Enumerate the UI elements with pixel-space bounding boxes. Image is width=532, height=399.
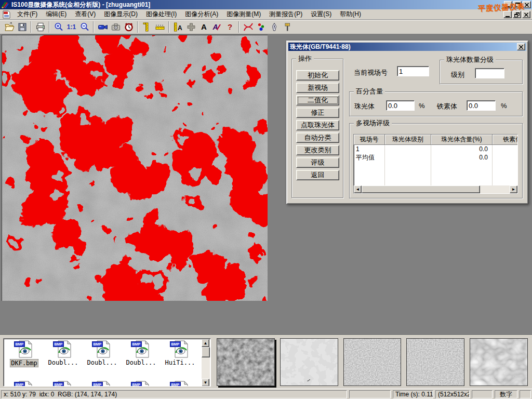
print-button[interactable] (34, 21, 47, 33)
curve-tool-button[interactable] (242, 21, 255, 33)
file-item[interactable]: BMP (122, 381, 161, 387)
brush-tool-button[interactable] (281, 21, 294, 33)
menu-item-image-display[interactable]: 图像显示(D) (100, 9, 142, 19)
menu-item-image-measure[interactable]: 图像测量(M) (222, 9, 265, 19)
file-item[interactable]: BMP (44, 381, 83, 387)
file-item[interactable]: BMP Doubl... (44, 340, 83, 367)
timer-button[interactable] (122, 21, 135, 33)
scrollbar-track[interactable] (480, 185, 510, 193)
photo-capture-button[interactable] (109, 21, 122, 33)
pearlite-percent-input[interactable] (386, 100, 415, 111)
col-pearlite-content[interactable]: 珠光体含量(%) (431, 135, 493, 145)
printer-icon (35, 22, 46, 32)
scroll-left-button[interactable]: ◄ (354, 185, 362, 193)
ferrite-percent-input[interactable] (467, 100, 496, 111)
menu-item-settings[interactable]: 设置(S) (307, 9, 336, 19)
open-file-button[interactable] (3, 21, 16, 33)
auto-classify-button[interactable]: 自动分类 (296, 132, 339, 143)
file-item[interactable]: BMP Doubl... (122, 340, 161, 367)
text-button[interactable]: A (197, 21, 210, 33)
status-panel-empty (349, 390, 391, 398)
dialog-close-button[interactable] (517, 43, 525, 50)
change-class-button[interactable]: 更改类别 (296, 145, 339, 155)
mdi-restore-button[interactable] (513, 11, 521, 18)
status-image-size: (512x512x24) (435, 390, 470, 398)
menu-item-edit[interactable]: 编辑(E) (42, 9, 71, 19)
return-button[interactable]: 返回 (296, 170, 339, 180)
scroll-right-button[interactable]: ► (510, 185, 517, 193)
grid-button[interactable] (184, 21, 197, 33)
particle-count-button[interactable] (255, 21, 268, 33)
file-item[interactable]: BMP Doubl... (83, 340, 122, 367)
document-icon[interactable] (2, 10, 11, 19)
scrollbar-thumb[interactable] (362, 185, 480, 193)
new-field-button[interactable]: 新视场 (296, 83, 339, 93)
file-name[interactable]: DKF.bmp (10, 359, 38, 367)
pencil-icon (217, 23, 221, 31)
file-name[interactable]: Doubl... (48, 359, 78, 366)
micrograph-image[interactable] (2, 35, 268, 301)
ruler-button[interactable] (153, 21, 166, 33)
file-name[interactable]: HuiTi... (165, 359, 195, 366)
thumbnail-3[interactable] (343, 338, 402, 386)
file-item[interactable]: BMP DKF.bmp (5, 340, 44, 367)
file-item[interactable]: BMP (161, 381, 200, 387)
file-name[interactable]: Doubl... (126, 359, 156, 366)
table-horizontal-scrollbar[interactable]: ◄ ► (354, 185, 517, 193)
zoom-in-button[interactable] (52, 21, 65, 33)
grade-input[interactable] (475, 68, 504, 78)
zoom-1to1-button[interactable]: 1:1 (65, 21, 78, 33)
col-pearlite-grade[interactable]: 珠光体级别 (385, 135, 431, 145)
measure-annotate-button[interactable]: A (171, 21, 184, 33)
scroll-up-button[interactable]: ▲ (202, 339, 209, 347)
mdi-close-button[interactable] (522, 11, 530, 18)
thumbnail-5[interactable] (470, 338, 528, 386)
table-row[interactable]: 平均值 0.0 (354, 153, 517, 162)
mdi-minimize-button[interactable] (503, 11, 512, 18)
scroll-down-button[interactable]: ▼ (202, 379, 209, 387)
video-capture-button[interactable] (96, 21, 109, 33)
menu-item-view[interactable]: 查看(V) (71, 9, 100, 19)
table-row[interactable]: 1 0.0 (354, 145, 517, 153)
bmp-file-icon: BMP (94, 381, 111, 387)
save-button[interactable] (16, 21, 29, 33)
pen-tool-button[interactable] (268, 21, 281, 33)
help-button[interactable]: ? (223, 21, 236, 33)
percent-group: 百分含量 (349, 91, 523, 116)
file-list-scrollbar[interactable]: ▲ ▼ (202, 339, 210, 387)
zoom-out-button[interactable] (78, 21, 91, 33)
menu-item-image-analysis[interactable]: 图像分析(A) (181, 9, 222, 19)
caliper-button[interactable] (140, 21, 153, 33)
pick-pearlite-button[interactable]: 点取珠光体 (296, 120, 339, 130)
col-view-number[interactable]: 视场号 (354, 135, 385, 145)
file-item[interactable]: BMP HuiTi... (161, 340, 200, 367)
bmp-badge: BMP (170, 382, 181, 387)
col-ferrite-content[interactable]: 铁素体含量(%) (493, 135, 518, 145)
init-button[interactable]: 初始化 (296, 70, 339, 81)
edit-text-button[interactable]: A (210, 21, 223, 33)
dialog-title-bar[interactable]: 珠光体(GB/T9441-88) (288, 43, 526, 51)
bmp-file-icon: BMP (55, 340, 72, 358)
scrollbar-track[interactable] (202, 357, 210, 379)
title-bar: IS100显微摄像系统(金相分析版) - [zhuguangti01] (0, 0, 532, 9)
scrollbar-thumb[interactable] (202, 347, 210, 357)
grade-button[interactable]: 评级 (296, 157, 339, 168)
binarize-button[interactable]: 二值化 (296, 95, 339, 105)
toolbar-separator (93, 21, 94, 33)
file-item[interactable]: BMP (5, 381, 44, 387)
menu-item-measure-report[interactable]: 测量报告(P) (265, 9, 307, 19)
toolbar-separator (49, 21, 50, 33)
menu-item-file[interactable]: 文件(F) (13, 9, 42, 19)
file-name[interactable]: Doubl... (87, 359, 117, 366)
thumbnail-1[interactable] (217, 338, 275, 386)
current-view-input[interactable] (397, 66, 429, 76)
video-camera-icon (98, 22, 108, 32)
dialog-title: 珠光体(GB/T9441-88) (290, 43, 351, 51)
correct-button[interactable]: 修正 (296, 108, 339, 118)
red-curve-icon (243, 22, 254, 32)
menu-item-image-process[interactable]: 图像处理(I) (142, 9, 181, 19)
thumbnail-2[interactable] (280, 338, 338, 386)
thumbnail-4[interactable] (406, 338, 464, 386)
menu-item-help[interactable]: 帮助(H) (336, 9, 365, 19)
file-item[interactable]: BMP (83, 381, 122, 387)
